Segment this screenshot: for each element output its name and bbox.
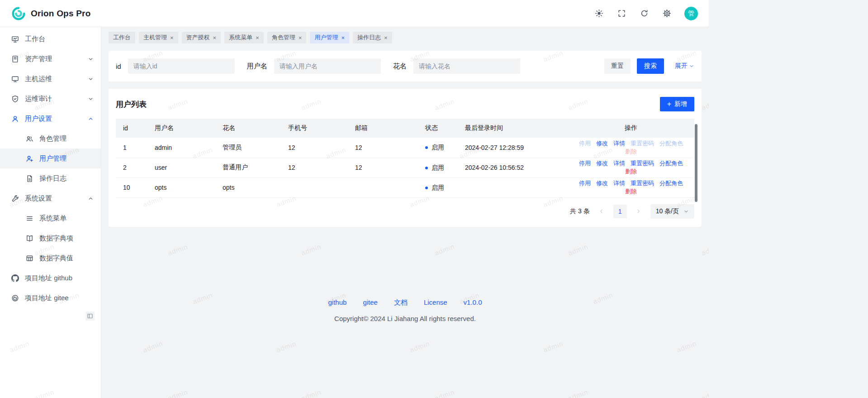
close-icon[interactable]: × — [384, 35, 388, 41]
app-logo: Orion Ops Pro — [11, 6, 90, 21]
cell-id: 2 — [116, 158, 147, 177]
disable-action[interactable]: 停用 — [579, 180, 591, 187]
sidebar-item-audit[interactable]: 运维审计 — [0, 89, 101, 109]
expand-label: 展开 — [675, 62, 688, 70]
sidebar-item-user-settings[interactable]: 用户设置 — [0, 109, 101, 129]
cell-mobile — [281, 177, 348, 197]
detail-action[interactable]: 详情 — [613, 160, 625, 167]
tab-operation-log[interactable]: 操作日志 × — [353, 32, 392, 43]
tab-label: 用户管理 — [314, 34, 338, 42]
cell-status: 启用 — [418, 177, 458, 197]
sidebar-item-asset[interactable]: 资产管理 — [0, 49, 101, 69]
search-actions: 重置 搜索 展开 — [604, 58, 694, 74]
tab-host-manage[interactable]: 主机管理 × — [139, 32, 178, 43]
sidebar-item-user-manage[interactable]: 用户管理 — [0, 149, 101, 168]
close-icon[interactable]: × — [170, 35, 174, 41]
search-button[interactable]: 搜索 — [637, 58, 664, 74]
sidebar-item-dict-value[interactable]: 数据字典值 — [0, 248, 101, 268]
username-input[interactable] — [274, 58, 381, 74]
assign-role-action[interactable]: 分配角色 — [659, 180, 683, 187]
sidebar-item-host[interactable]: 主机运维 — [0, 69, 101, 89]
chevron-down-icon — [88, 76, 94, 82]
delete-action[interactable]: 删除 — [625, 148, 637, 155]
close-icon[interactable]: × — [213, 35, 217, 41]
cell-actions: 停用修改详情重置密码分配角色删除 — [568, 138, 694, 158]
sidebar-item-system-menu[interactable]: 系统菜单 — [0, 208, 101, 228]
reset-password-action[interactable]: 重置密码 — [631, 160, 654, 167]
cell-last-login — [458, 177, 568, 197]
sidebar-item-role-manage[interactable]: 角色管理 — [0, 129, 101, 149]
sidebar-item-dict-item[interactable]: 数据字典项 — [0, 228, 101, 248]
footer-link-github[interactable]: github — [328, 298, 347, 307]
sidebar-item-github[interactable]: 项目地址 github — [0, 268, 101, 288]
sidebar-item-operation-log[interactable]: 操作日志 — [0, 168, 101, 188]
user-avatar[interactable]: 管 — [684, 7, 698, 20]
role-users-icon — [25, 134, 33, 143]
detail-action[interactable]: 详情 — [613, 180, 625, 187]
refresh-icon[interactable] — [639, 9, 649, 19]
edit-action[interactable]: 修改 — [596, 140, 608, 147]
search-field-id: id — [116, 58, 235, 74]
sidebar-item-label: 数据字典值 — [39, 254, 73, 263]
user-settings-icon — [11, 115, 19, 123]
column-header-status: 状态 — [418, 119, 458, 138]
theme-icon[interactable] — [594, 9, 604, 19]
assign-role-action[interactable]: 分配角色 — [659, 160, 683, 167]
sidebar-item-label: 数据字典项 — [39, 234, 73, 243]
cell-mobile: 12 — [281, 138, 348, 158]
footer-link-license[interactable]: License — [424, 298, 447, 307]
disable-action[interactable]: 停用 — [579, 160, 591, 167]
id-input[interactable] — [128, 58, 235, 74]
cell-username: admin — [147, 138, 215, 158]
dict-value-table-icon — [25, 254, 33, 262]
status-label: 启用 — [432, 164, 444, 172]
table-scrollbar[interactable] — [695, 124, 697, 202]
cell-nickname: 普通用户 — [215, 158, 281, 177]
status-label: 启用 — [432, 144, 444, 152]
tab-user-manage[interactable]: 用户管理 × — [310, 32, 349, 43]
detail-action[interactable]: 详情 — [613, 140, 625, 147]
delete-action[interactable]: 删除 — [625, 188, 637, 195]
edit-action[interactable]: 修改 — [596, 160, 608, 167]
reset-password-action[interactable]: 重置密码 — [631, 180, 654, 187]
next-page-icon[interactable] — [633, 205, 644, 218]
sidebar-item-gitee[interactable]: 项目地址 gitee — [0, 288, 101, 308]
reset-password-action[interactable]: 重置密码 — [631, 140, 654, 147]
tab-workbench[interactable]: 工作台 — [109, 32, 135, 43]
close-icon[interactable]: × — [341, 35, 345, 41]
footer-link-version[interactable]: v1.0.0 — [464, 298, 482, 307]
close-icon[interactable]: × — [299, 35, 302, 41]
page-number[interactable]: 1 — [613, 205, 627, 218]
sidebar-collapse-icon[interactable] — [85, 312, 95, 321]
cell-last-login: 2024-02-26 10:56:52 — [458, 158, 568, 177]
chevron-down-icon — [689, 63, 694, 69]
sidebar-item-workbench[interactable]: 工作台 — [0, 29, 101, 49]
sidebar-item-label: 主机运维 — [25, 75, 52, 83]
sidebar-item-system-settings[interactable]: 系统设置 — [0, 188, 101, 208]
prev-page-icon[interactable] — [596, 205, 607, 218]
nickname-input[interactable] — [413, 58, 520, 74]
settings-gear-icon[interactable] — [662, 9, 672, 19]
cell-status: 启用 — [418, 138, 458, 158]
tab-system-menu[interactable]: 系统菜单 × — [224, 32, 264, 43]
app-title: Orion Ops Pro — [31, 9, 90, 19]
page-size-select[interactable]: 10 条/页 — [650, 204, 694, 219]
close-icon[interactable]: × — [256, 35, 259, 41]
add-user-button[interactable]: + 新增 — [660, 97, 694, 111]
disable-action[interactable]: 停用 — [579, 140, 591, 147]
system-settings-icon — [11, 194, 19, 202]
reset-button[interactable]: 重置 — [604, 58, 631, 74]
edit-action[interactable]: 修改 — [596, 180, 608, 187]
column-header-nickname: 花名 — [215, 119, 281, 138]
assign-role-action[interactable]: 分配角色 — [659, 140, 683, 147]
footer-link-gitee[interactable]: gitee — [363, 298, 378, 307]
tab-asset-auth[interactable]: 资产授权 × — [182, 32, 221, 43]
sidebar-item-label: 项目地址 gitee — [25, 294, 69, 302]
expand-toggle[interactable]: 展开 — [675, 62, 694, 70]
tab-role-manage[interactable]: 角色管理 × — [267, 32, 307, 43]
chevron-up-icon — [88, 196, 94, 201]
main-content: 工作台 主机管理 × 资产授权 × 系统菜单 × 角色管理 × — [101, 27, 709, 398]
delete-action[interactable]: 删除 — [625, 168, 637, 175]
fullscreen-icon[interactable] — [617, 9, 626, 19]
footer-link-docs[interactable]: 文档 — [394, 298, 408, 307]
